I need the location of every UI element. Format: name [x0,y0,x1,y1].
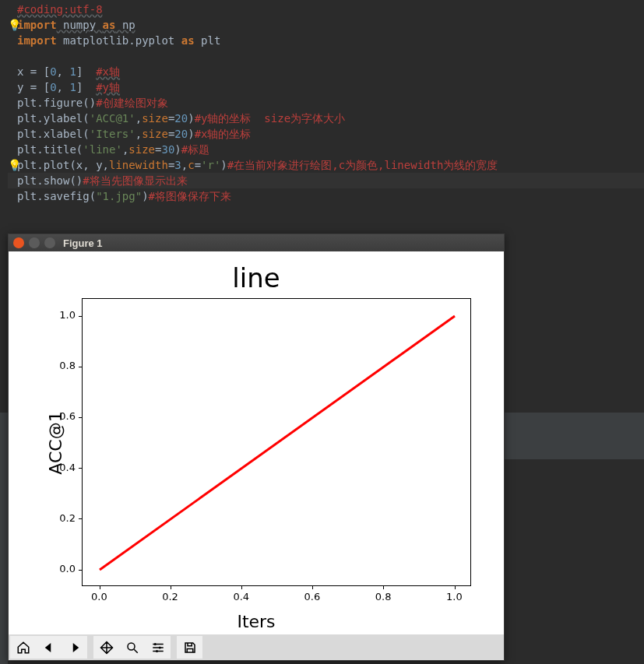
code-text: , [57,81,70,93]
code-text: plt.show() [17,174,83,187]
plot-canvas: line ACC@1 Iters 0.00.20.40.60.81.00.00.… [9,251,504,634]
y-tick-label: 0.2 [59,512,76,524]
code-num: 20 [174,128,188,140]
code-comment: #coding:utf-8 [17,3,103,16]
code-kw: c [188,159,194,171]
code-text: plt [195,34,221,47]
code-text: ) [188,112,194,125]
back-icon[interactable] [36,636,62,659]
code-num: 0 [50,65,56,78]
code-text: plt.xlabel( [17,128,90,140]
code-text: = [ [30,65,50,78]
code-text: plt.title( [17,143,83,156]
x-tick-label: 0.6 [304,591,321,603]
code-text: np [115,19,135,31]
plot-area [82,298,471,586]
code-kw: size [142,128,168,140]
x-tick-label: 0.2 [162,591,178,603]
code-text: plt.plot(x, y, [17,159,109,171]
code-num: 1 [69,81,76,93]
code-text: plt.savefig( [17,190,96,202]
code-text: ] [76,65,96,78]
home-icon[interactable] [10,636,36,659]
gutter-lamp: 💡 [8,17,17,33]
maximize-icon[interactable] [44,237,55,248]
mpl-toolbar [9,634,504,660]
code-text: ) [188,128,194,140]
code-text: plt.figure() [17,97,96,109]
code-kw: size [128,143,155,156]
code-text: = [195,159,201,171]
code-num: 20 [174,112,188,125]
svg-point-0 [128,643,135,650]
code-num: 30 [161,143,174,156]
svg-point-2 [153,643,156,645]
code-string: 'ACC@1' [90,112,135,125]
code-comment: #x轴 [96,65,120,78]
code-text: , [135,112,142,125]
code-text: ] [76,81,96,93]
code-text: numpy [57,19,103,31]
code-editor[interactable]: #coding:utf-8 💡import numpy as np import… [0,0,644,204]
code-num: 3 [174,159,181,171]
svg-point-3 [158,646,160,648]
code-num: 1 [69,65,76,78]
code-comment: #x轴的坐标 [195,128,252,140]
code-text: matplotlib.pyplot [57,34,181,47]
chart-title: line [232,262,280,293]
y-tick-label: 0.4 [59,462,76,473]
y-tick-label: 1.0 [59,309,76,321]
y-tick-label: 0.0 [59,563,76,574]
code-text: ) [220,159,227,171]
code-text: , [135,128,142,140]
code-text: , [181,159,188,171]
zoom-icon[interactable] [119,636,145,659]
code-comment: #在当前对象进行绘图,c为颜色,linewidth为线的宽度 [227,159,498,171]
save-icon[interactable] [177,636,202,659]
code-text: = [ [30,81,50,93]
svg-point-4 [156,650,158,652]
code-kw: linewidth [109,159,168,171]
forward-icon[interactable] [62,636,87,659]
y-tick-label: 0.6 [59,410,76,422]
code-text: plt.ylabel( [17,112,90,125]
code-string: 'r' [201,159,220,171]
figure-window[interactable]: Figure 1 line ACC@1 Iters 0.00.20.40.60.… [8,234,505,661]
code-text: y [17,81,30,93]
x-tick-label: 0.8 [375,591,392,603]
x-tick-label: 1.0 [446,591,463,603]
configure-icon[interactable] [145,636,171,659]
window-title: Figure 1 [63,237,103,249]
code-string: 'line' [83,143,122,156]
code-string: "1.jpg" [96,190,142,202]
close-icon[interactable] [13,237,24,248]
code-text: ) [174,143,181,156]
x-axis-label: Iters [237,612,275,631]
pan-icon[interactable] [93,636,119,659]
window-titlebar[interactable]: Figure 1 [9,234,504,251]
code-comment: #将图像保存下来 [149,190,231,202]
code-text: , [57,65,70,78]
kw-as: as [103,19,116,31]
chart-line [83,299,472,587]
code-comment: #y轴 [96,81,120,93]
code-num: 0 [50,81,56,93]
kw-import: import [17,19,57,31]
x-tick-label: 0.0 [91,591,107,603]
minimize-icon[interactable] [29,237,40,248]
code-comment: #将当先图像显示出来 [83,174,187,187]
code-kw: size [142,112,168,125]
code-text: ) [142,190,148,202]
code-string: 'Iters' [90,128,135,140]
kw-import: import [17,34,57,47]
x-tick-label: 0.4 [233,591,249,603]
y-tick-label: 0.8 [59,360,76,371]
code-comment: #y轴的坐标 size为字体大小 [195,112,345,125]
code-comment: #创建绘图对象 [96,97,167,109]
code-text: x [17,65,30,78]
code-comment: #标题 [181,143,209,156]
gutter-lamp[interactable]: 💡 [8,157,17,173]
kw-as: as [181,34,195,47]
svg-line-1 [134,649,138,653]
